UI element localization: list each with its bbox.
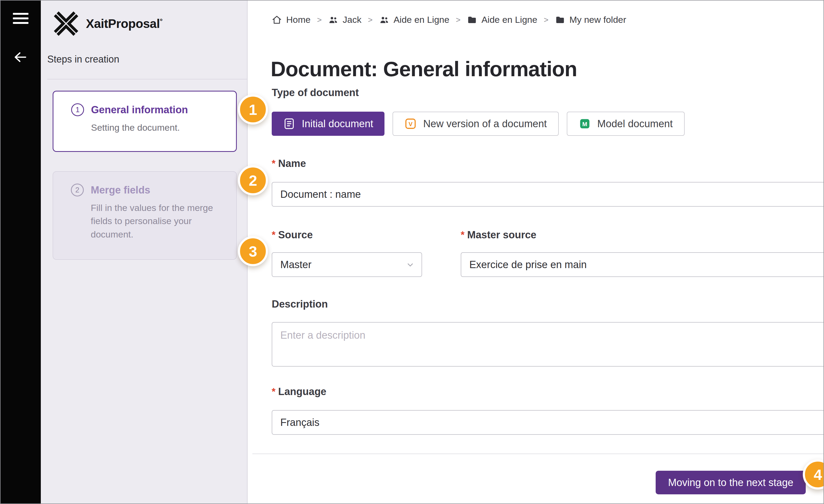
- language-input[interactable]: [272, 410, 824, 435]
- source-select[interactable]: Master: [272, 252, 422, 277]
- callout-2: 2: [238, 165, 268, 196]
- breadcrumb-label: My new folder: [570, 14, 626, 25]
- users-icon: [328, 15, 338, 25]
- initial-document-button[interactable]: Initial document: [272, 112, 385, 136]
- home-icon: [272, 15, 282, 25]
- type-of-document-label: Type of document: [272, 87, 359, 99]
- breadcrumb-separator: >: [317, 15, 322, 24]
- sidebar-divider: [47, 79, 247, 80]
- app-name-text: XaitProposal: [86, 17, 160, 31]
- app-name-degree: °: [160, 17, 163, 25]
- main-content: Home > Jack > Aide en Ligne > Aide en Li…: [248, 1, 823, 503]
- callout-1: 1: [238, 95, 268, 125]
- step-number-badge: 2: [71, 183, 84, 197]
- source-select-value: Master: [280, 259, 311, 270]
- label-text: Source: [278, 229, 313, 241]
- button-label: New version of a document: [423, 118, 547, 130]
- breadcrumb-item-aide-en-ligne-folder[interactable]: Aide en Ligne: [467, 14, 537, 25]
- step-title: Merge fields: [91, 184, 150, 196]
- svg-text:M: M: [582, 121, 587, 127]
- hamburger-menu-icon[interactable]: [13, 13, 28, 26]
- step-general-information[interactable]: 1 General information Setting the docume…: [53, 91, 237, 152]
- step-number-badge: 1: [71, 103, 84, 116]
- breadcrumb-separator: >: [456, 15, 461, 24]
- app-logo: XaitProposal°: [54, 11, 163, 36]
- model-document-button[interactable]: M Model document: [567, 112, 685, 136]
- document-type-button-group: Initial document V New version of a docu…: [272, 112, 685, 136]
- source-label: * Source: [272, 229, 313, 241]
- breadcrumb-separator: >: [544, 15, 548, 24]
- steps-sidebar: XaitProposal° Steps in creation 1 Genera…: [41, 1, 247, 503]
- breadcrumb-item-jack[interactable]: Jack: [328, 14, 362, 25]
- breadcrumb-label: Aide en Ligne: [482, 14, 537, 25]
- step-merge-fields[interactable]: 2 Merge fields Fill in the values for th…: [53, 171, 237, 260]
- folder-icon: [555, 15, 565, 25]
- new-version-button[interactable]: V New version of a document: [393, 112, 558, 136]
- button-label: Model document: [597, 118, 673, 130]
- required-marker: *: [272, 158, 276, 169]
- master-source-label: * Master source: [461, 229, 536, 241]
- step-title: General information: [91, 104, 188, 116]
- label-text: Name: [278, 158, 306, 169]
- breadcrumb-label: Home: [286, 14, 311, 25]
- step-subtitle: Setting the document.: [91, 121, 226, 134]
- svg-text:V: V: [409, 121, 413, 127]
- label-text: Language: [278, 386, 326, 397]
- new-version-icon: V: [404, 118, 417, 130]
- description-label: Description: [272, 298, 328, 310]
- footer-divider: [252, 454, 824, 454]
- language-label: * Language: [272, 386, 326, 397]
- label-text: Master source: [467, 229, 536, 241]
- folder-icon: [467, 15, 477, 25]
- breadcrumb-item-my-new-folder[interactable]: My new folder: [555, 14, 626, 25]
- next-stage-button[interactable]: Moving on to the next stage: [656, 471, 806, 494]
- breadcrumb-item-home[interactable]: Home: [272, 14, 311, 25]
- breadcrumb-item-aide-en-ligne[interactable]: Aide en Ligne: [379, 14, 449, 25]
- breadcrumb-label: Jack: [342, 14, 362, 25]
- label-text: Description: [272, 298, 328, 310]
- callout-3: 3: [238, 236, 268, 266]
- chevron-down-icon: [405, 260, 415, 269]
- page-title: Document: General information: [271, 57, 577, 81]
- required-marker: *: [272, 230, 276, 241]
- description-textarea[interactable]: [272, 322, 824, 367]
- breadcrumb-label: Aide en Ligne: [394, 14, 449, 25]
- breadcrumb-separator: >: [368, 15, 373, 24]
- app-window: XaitProposal° Steps in creation 1 Genera…: [0, 0, 824, 504]
- breadcrumb: Home > Jack > Aide en Ligne > Aide en Li…: [272, 14, 626, 25]
- button-label: Initial document: [302, 118, 373, 130]
- required-marker: *: [461, 230, 465, 241]
- steps-heading: Steps in creation: [47, 54, 119, 65]
- step-subtitle: Fill in the values for the merge fields …: [91, 201, 220, 241]
- users-icon: [379, 15, 389, 25]
- name-input[interactable]: [272, 182, 824, 207]
- name-label: * Name: [272, 158, 306, 169]
- master-source-input[interactable]: [461, 252, 824, 277]
- back-arrow-icon[interactable]: [11, 50, 29, 65]
- nav-rail: [1, 1, 41, 503]
- required-marker: *: [272, 386, 276, 397]
- xait-logo-icon: [54, 11, 78, 36]
- app-name: XaitProposal°: [86, 16, 163, 31]
- model-document-icon: M: [579, 118, 591, 130]
- initial-document-icon: [283, 118, 295, 130]
